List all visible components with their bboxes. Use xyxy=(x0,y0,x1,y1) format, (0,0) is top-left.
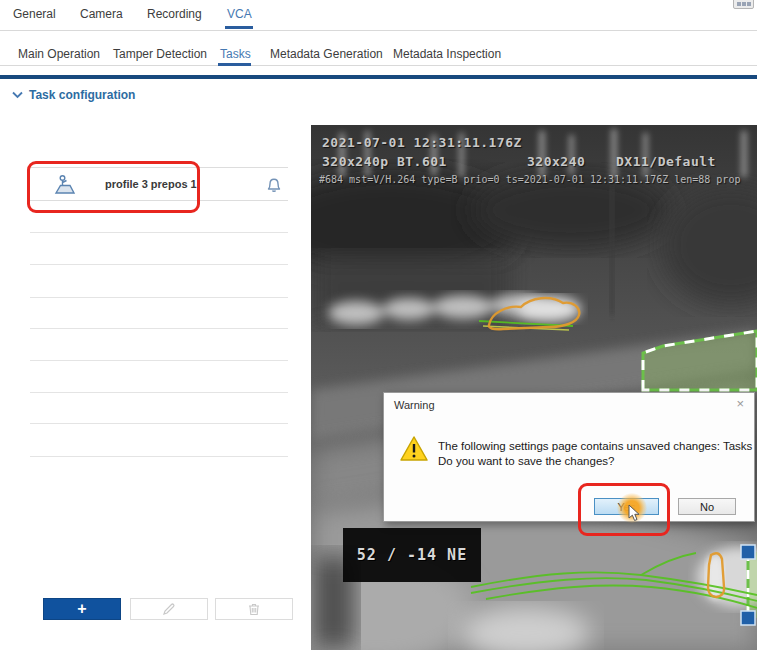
warning-triangle-icon xyxy=(399,435,429,467)
dialog-message-line2: Do you want to save the changes? xyxy=(438,454,752,469)
delete-task-button[interactable] xyxy=(215,598,293,620)
empty-task-slot[interactable] xyxy=(30,360,288,361)
section-rule xyxy=(0,75,757,79)
tab-metadata-inspection[interactable]: Metadata Inspection xyxy=(393,47,501,61)
tab-vca-underline xyxy=(225,26,253,29)
tab-general[interactable]: General xyxy=(13,7,56,21)
yes-button[interactable]: Yes xyxy=(594,498,659,515)
osd-resolution: 320x240p BT.601 xyxy=(322,154,447,169)
ptz-position-text: 52 / -14 NE xyxy=(357,546,467,564)
osd-resolution2: 320x240 xyxy=(527,154,585,169)
tab-vca[interactable]: VCA xyxy=(227,7,252,21)
subnav-divider xyxy=(0,65,757,66)
empty-task-slot[interactable] xyxy=(30,456,288,457)
warning-dialog: Warning × The following settings page co… xyxy=(383,392,755,522)
section-title: Task configuration xyxy=(29,88,135,102)
task-list-item-profile[interactable]: profile 3 prepos 1 xyxy=(30,167,288,201)
osd-metadata: #684 mst=V/H.264 type=B prio=0 ts=2021-0… xyxy=(319,174,757,185)
vca-configuration-page: General Camera Recording VCA Main Operat… xyxy=(0,0,757,650)
task-profile-label: profile 3 prepos 1 xyxy=(105,178,197,190)
tab-camera[interactable]: Camera xyxy=(80,7,123,21)
field-handle xyxy=(741,611,755,625)
empty-task-slot[interactable] xyxy=(30,264,288,265)
tab-main-operation[interactable]: Main Operation xyxy=(18,47,100,61)
chevron-down-icon xyxy=(12,91,23,99)
plus-icon: + xyxy=(77,600,86,618)
edit-task-button[interactable] xyxy=(130,598,208,620)
dialog-title: Warning xyxy=(394,399,435,411)
empty-task-slot[interactable] xyxy=(30,423,288,424)
keyboard-icon[interactable] xyxy=(733,0,754,9)
no-button-label: No xyxy=(700,501,714,513)
empty-task-slot[interactable] xyxy=(30,392,288,393)
add-task-button[interactable]: + xyxy=(43,598,121,620)
yes-button-label: Yes xyxy=(618,501,636,513)
tab-tasks-underline xyxy=(218,63,251,66)
close-icon[interactable]: × xyxy=(736,397,744,410)
tab-tamper-detection[interactable]: Tamper Detection xyxy=(113,47,207,61)
ptz-position-overlay: 52 / -14 NE xyxy=(343,528,481,582)
osd-timestamp: 2021-07-01 12:31:11.176Z xyxy=(322,135,522,150)
dialog-message-line1: The following settings page contains uns… xyxy=(438,439,752,454)
empty-task-slot[interactable] xyxy=(30,328,288,329)
tab-tasks[interactable]: Tasks xyxy=(220,47,251,61)
no-button[interactable]: No xyxy=(678,498,736,515)
video-preview[interactable]: 2021-07-01 12:31:11.176Z 320x240p BT.601… xyxy=(311,125,757,650)
alarm-bell-icon[interactable] xyxy=(264,175,284,199)
pencil-icon xyxy=(161,601,177,617)
task-configuration-header[interactable]: Task configuration xyxy=(12,88,135,102)
field-handle xyxy=(741,545,755,559)
trash-icon xyxy=(246,601,262,617)
detection-field-top xyxy=(643,331,757,390)
tab-recording[interactable]: Recording xyxy=(147,7,202,21)
empty-task-slot[interactable] xyxy=(30,297,288,298)
osd-renderer: DX11/Default xyxy=(616,154,716,169)
empty-task-slot[interactable] xyxy=(30,232,288,233)
task-profile-icon xyxy=(53,173,77,200)
nav-divider xyxy=(0,30,757,31)
tab-metadata-generation[interactable]: Metadata Generation xyxy=(270,47,383,61)
dialog-message: The following settings page contains uns… xyxy=(438,439,752,469)
